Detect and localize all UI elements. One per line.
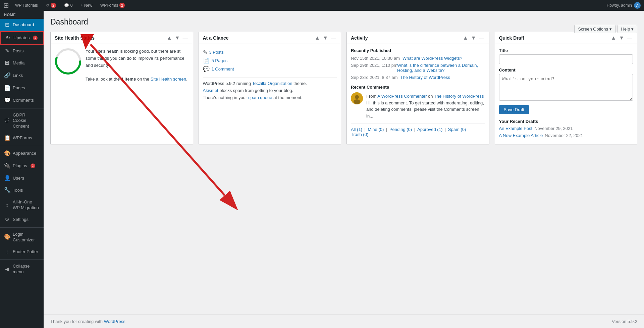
draft-link-1[interactable]: An Example Post xyxy=(499,126,533,131)
sidebar-item-updates[interactable]: ↻ Updates 2 xyxy=(0,31,44,45)
adminbar-updates[interactable]: ↻ 2 xyxy=(44,3,58,8)
site-health-header: Site Health Status ▲ ▼ — xyxy=(51,32,193,44)
save-draft-button[interactable]: Save Draft xyxy=(499,105,529,114)
quick-draft-down-icon[interactable]: ▼ xyxy=(618,35,625,41)
appearance-icon: 🎨 xyxy=(4,150,10,157)
activity-toggle-icon[interactable]: — xyxy=(478,35,485,41)
draft-content-label: Content xyxy=(499,67,633,73)
activity-link-1[interactable]: What are WordPress Widgets? xyxy=(402,56,462,61)
sidebar-item-comments[interactable]: 💬 Comments xyxy=(0,94,44,107)
activity-link-3[interactable]: The History of WordPress xyxy=(400,75,450,80)
logincustomizer-icon: 🎨 xyxy=(4,234,10,241)
site-health-toggle-icon[interactable]: — xyxy=(182,35,189,41)
at-glance-up-icon[interactable]: ▲ xyxy=(314,35,321,41)
activity-up-icon[interactable]: ▲ xyxy=(462,35,469,41)
sidebar-label-users: Users xyxy=(13,176,24,181)
quick-draft-up-icon[interactable]: ▲ xyxy=(610,35,617,41)
sidebar-label-plugins: Plugins xyxy=(13,163,27,169)
at-glance-posts: ✎ 3 Posts xyxy=(203,48,337,56)
at-glance-spam-link[interactable]: spam queue xyxy=(248,95,272,100)
footer-wp-link[interactable]: WordPress xyxy=(104,319,125,324)
activity-link-2[interactable]: What is the difference between a Domain,… xyxy=(397,63,485,73)
sidebar-item-dashboard[interactable]: ⊟ Dashboard xyxy=(0,19,44,31)
at-glance-akismet-link[interactable]: Akismet xyxy=(203,88,218,93)
help-button[interactable]: Help ▾ xyxy=(618,25,637,33)
sidebar-item-appearance[interactable]: 🎨 Appearance xyxy=(0,147,44,160)
sidebar-label-wpforms: WPForms xyxy=(13,135,32,141)
sidebar-item-gdpr[interactable]: 🛡 GDPR Cookie Consent xyxy=(0,110,44,132)
adminbar-comments[interactable]: 💬 0 xyxy=(62,3,75,8)
site-health-link[interactable]: Site Health screen xyxy=(151,77,186,82)
site-health-text: Your site's health is looking good, but … xyxy=(86,48,189,83)
sidebar-item-posts[interactable]: ✎ Posts xyxy=(0,45,44,57)
admin-bar: ⊞ WP Tutorials ↻ 2 💬 0 + New WPForms 2 H… xyxy=(0,0,644,11)
sidebar-item-wpforms[interactable]: 📋 WPForms xyxy=(0,132,44,144)
comment-all-link[interactable]: All (1) xyxy=(351,127,362,132)
page-controls: Screen Options ▾ Help ▾ xyxy=(574,25,637,33)
sidebar-item-plugins[interactable]: 🔌 Plugins 2 xyxy=(0,160,44,172)
at-glance-down-icon[interactable]: ▼ xyxy=(322,35,329,41)
sidebar-item-media[interactable]: 🖼 Media xyxy=(0,57,44,69)
activity-down-icon[interactable]: ▼ xyxy=(470,35,477,41)
media-icon: 🖼 xyxy=(4,60,10,67)
draft-content-input[interactable] xyxy=(499,74,633,101)
draft-title-input[interactable] xyxy=(499,54,633,64)
site-health-content: Your site's health is looking good, but … xyxy=(55,48,189,83)
quick-draft-toggle-icon[interactable]: — xyxy=(626,35,633,41)
sidebar-item-logincustomizer[interactable]: 🎨 Login Customizer xyxy=(0,229,44,246)
sidebar-item-collapse[interactable]: ◀ Collapse menu xyxy=(0,261,44,278)
comment-item: From A WordPress Commenter on The Histor… xyxy=(351,92,485,119)
comment-spam-link[interactable]: Spam (0) xyxy=(448,127,466,132)
activity-header: Activity ▲ ▼ — xyxy=(347,32,489,44)
site-health-collapse-up-icon[interactable]: ▲ xyxy=(166,35,173,41)
draft-link-2[interactable]: A New Example Article xyxy=(499,133,543,138)
activity-item-3: Sep 23rd 2021, 8:37 am The History of Wo… xyxy=(351,75,485,80)
comment-text: Hi, this is a comment. To get started wi… xyxy=(366,100,485,120)
links-icon: 🔗 xyxy=(4,72,10,79)
admin-avatar: A xyxy=(634,2,641,9)
wp-logo-icon[interactable]: ⊞ xyxy=(3,1,9,9)
settings-icon: ⚙ xyxy=(4,216,10,223)
sidebar-item-settings[interactable]: ⚙ Settings xyxy=(0,214,44,226)
activity-body: Recently Published Nov 15th 2021, 10:30 … xyxy=(347,44,489,141)
allinone-icon: ↕ xyxy=(4,202,10,209)
at-glance-theme-link[interactable]: Teczilla Organization xyxy=(252,81,292,86)
comment-trash-link[interactable]: Trash (0) xyxy=(351,132,368,137)
comment-approved-link[interactable]: Approved (1) xyxy=(417,127,442,132)
at-glance-comments-link[interactable]: 1 Comment xyxy=(212,66,234,72)
recent-comments-title: Recent Comments xyxy=(351,85,485,90)
sidebar-item-tools[interactable]: 🔧 Tools xyxy=(0,184,44,197)
comments-icon: 💬 xyxy=(64,3,69,8)
pages-glance-icon: 📄 xyxy=(203,57,210,64)
site-health-title: Site Health Status xyxy=(55,35,166,41)
sidebar-label-pages: Pages xyxy=(13,85,25,91)
at-glance-posts-link[interactable]: 3 Posts xyxy=(209,50,224,55)
pages-icon: 📄 xyxy=(4,85,10,92)
site-health-collapse-down-icon[interactable]: ▼ xyxy=(174,35,181,41)
comment-mine-link[interactable]: Mine (0) xyxy=(368,127,384,132)
sidebar-label-dashboard: Dashboard xyxy=(13,22,34,28)
sidebar-item-footerputter[interactable]: ↓ Footer Putter xyxy=(0,246,44,258)
site-health-widget: Site Health Status ▲ ▼ — xyxy=(50,32,193,144)
sidebar-item-pages[interactable]: 📄 Pages xyxy=(0,82,44,94)
screen-options-button[interactable]: Screen Options ▾ xyxy=(574,25,615,33)
sidebar-label-links: Links xyxy=(13,73,23,79)
at-glance-toggle-icon[interactable]: — xyxy=(330,35,337,41)
comment-post-link[interactable]: The History of WordPress xyxy=(434,94,484,99)
sidebar-item-links[interactable]: 🔗 Links xyxy=(0,69,44,82)
quick-draft-body: Title Content Save Draft Your Recent Dra… xyxy=(495,44,637,144)
adminbar-site-name[interactable]: WP Tutorials xyxy=(13,3,40,8)
comment-pending-link[interactable]: Pending (0) xyxy=(389,127,412,132)
at-glance-body: ✎ 3 Posts 📄 5 Pages 💬 1 Comment xyxy=(199,44,341,106)
adminbar-wpforms[interactable]: WPForms 2 xyxy=(98,3,127,8)
sidebar-item-allinone[interactable]: ↕ All-in-One WP Migration xyxy=(0,197,44,214)
commenter-link[interactable]: A WordPress Commenter xyxy=(377,94,427,99)
updates-icon: ↻ xyxy=(46,3,49,8)
at-glance-title: At a Glance xyxy=(203,35,314,41)
sidebar-item-users[interactable]: 👤 Users xyxy=(0,172,44,185)
at-glance-pages-link[interactable]: 5 Pages xyxy=(212,58,228,63)
wpforms-nav-icon: 📋 xyxy=(4,135,10,142)
footerputter-icon: ↓ xyxy=(4,248,10,255)
adminbar-new[interactable]: + New xyxy=(79,3,94,8)
howdy-text: Howdy, admin A xyxy=(607,2,641,9)
